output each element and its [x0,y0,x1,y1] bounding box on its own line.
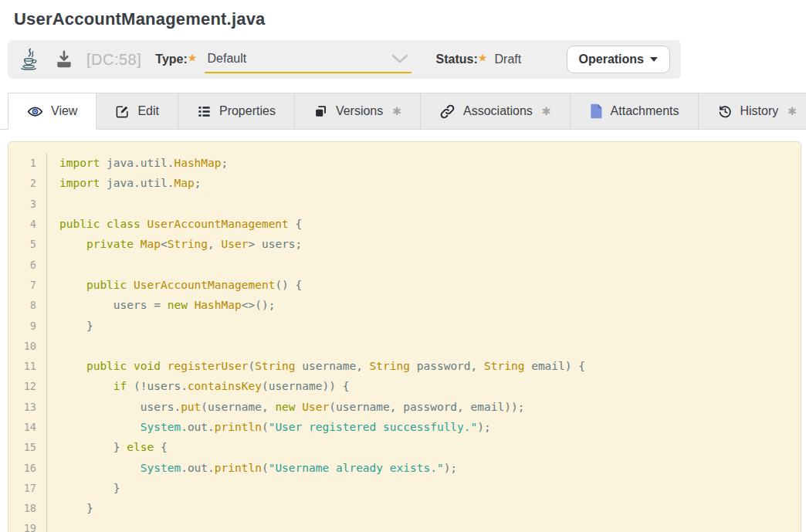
eye-icon [27,103,43,120]
modified-asterisk-icon: ✱ [542,105,551,117]
code-text: } [47,315,93,335]
status-value: Draft [495,53,522,66]
line-number: 16 [8,457,47,477]
line-number: 17 [8,478,47,498]
line-number: 3 [8,194,47,214]
code-line: 8 users = new HashMap<>(); [8,295,801,315]
code-line: 15 } else { [8,437,801,457]
tab-label: Versions [336,104,383,118]
code-line: 16 System.out.println("Username already … [8,457,801,477]
code-line: 9 } [8,315,801,335]
required-star-icon: ★ [479,53,487,63]
tab-edit[interactable]: Edit [97,93,178,130]
status-label: Status:★ [436,53,487,66]
code-text: users.put(username, new User(username, p… [47,397,524,417]
tab-label: View [51,104,77,118]
code-area: 1import java.util.HashMap;2import java.u… [8,153,801,532]
code-text [47,254,59,274]
code-text: } [47,498,93,518]
code-text: import java.util.Map; [47,173,201,193]
modified-asterisk-icon: ✱ [787,105,797,117]
code-line: 6 [8,254,801,274]
document-code: [DC:58] [86,51,141,69]
code-line: 7 public UserAccountManagement() { [8,275,801,295]
code-text: System.out.println("User registered succ… [47,417,491,437]
code-text: public class UserAccountManagement { [47,214,302,234]
line-number: 11 [8,356,47,376]
line-number: 14 [8,417,47,437]
tab-label: Edit [137,104,159,118]
code-text: public void registerUser(String username… [47,356,585,376]
tab-bar: ViewEditPropertiesVersions✱Associations✱… [0,92,806,130]
properties-icon [197,104,212,119]
tab-label: Properties [219,104,276,118]
operations-button[interactable]: Operations [567,46,670,73]
attachment-icon [589,103,603,119]
link-icon [439,103,455,120]
code-text: users = new HashMap<>(); [47,295,275,315]
download-icon[interactable] [54,49,74,69]
code-text: import java.util.HashMap; [47,153,228,173]
code-text [47,336,59,356]
java-coffee-cup-icon [19,47,40,72]
modified-asterisk-icon: ✱ [392,105,401,117]
line-number: 5 [8,234,47,254]
code-text: if (!users.containsKey(username)) { [47,376,349,396]
tab-properties[interactable]: Properties [178,93,295,130]
caret-down-icon [650,57,658,62]
code-line: 13 users.put(username, new User(username… [8,397,801,417]
line-number: 13 [8,397,47,417]
code-line: 5 private Map<String, User> users; [8,234,801,254]
chevron-down-icon [391,54,411,63]
operations-label: Operations [579,53,644,66]
code-line: 1import java.util.HashMap; [8,153,801,173]
line-number: 12 [8,376,47,396]
history-icon [717,103,733,119]
tab-attachments[interactable]: Attachments [571,93,699,130]
status-field: Status:★ Draft [436,53,522,66]
line-number: 7 [8,275,47,295]
line-number: 10 [8,336,47,356]
code-text: private Map<String, User> users; [47,234,302,254]
code-line: 10 [8,336,801,356]
line-number: 18 [8,498,47,518]
line-number: 1 [8,153,47,173]
code-line: 11 public void registerUser(String usern… [8,356,801,376]
tab-versions[interactable]: Versions✱ [295,93,421,130]
code-text: } [47,478,120,498]
code-text [47,518,59,532]
code-line: 17 } [8,478,801,498]
code-line: 19 [8,518,801,532]
toolbar: [DC:58] Type:★ Default Status:★ Draft Op… [8,40,681,79]
code-line: 18 } [8,498,801,518]
code-viewer: 1import java.util.HashMap;2import java.u… [8,141,801,532]
tab-history[interactable]: History✱ [699,93,806,130]
code-line: 2import java.util.Map; [8,173,801,193]
type-value: Default [205,52,247,66]
line-number: 4 [8,214,47,234]
code-line: 4public class UserAccountManagement { [8,214,801,234]
tab-label: Attachments [611,104,679,118]
code-line: 3 [8,194,801,214]
type-label: Type:★ [155,53,196,66]
code-line: 14 System.out.println("User registered s… [8,417,801,437]
code-text: System.out.println("Username already exi… [47,457,457,477]
line-number: 2 [8,173,47,193]
code-text: } else { [47,437,168,457]
code-text [47,194,59,214]
versions-icon [313,104,328,119]
tab-view[interactable]: View [8,93,97,130]
required-star-icon: ★ [188,53,197,63]
line-number: 19 [8,518,47,532]
page-title: UserAccountManagement.java [14,9,806,29]
line-number: 6 [8,254,47,274]
tab-label: History [740,104,779,118]
line-number: 9 [8,315,47,335]
tab-associations[interactable]: Associations✱ [421,93,571,130]
edit-icon [115,104,130,119]
line-number: 15 [8,437,47,457]
line-number: 8 [8,295,47,315]
type-select[interactable]: Default [205,46,411,73]
code-line: 12 if (!users.containsKey(username)) { [8,376,801,396]
tab-label: Associations [463,104,533,118]
